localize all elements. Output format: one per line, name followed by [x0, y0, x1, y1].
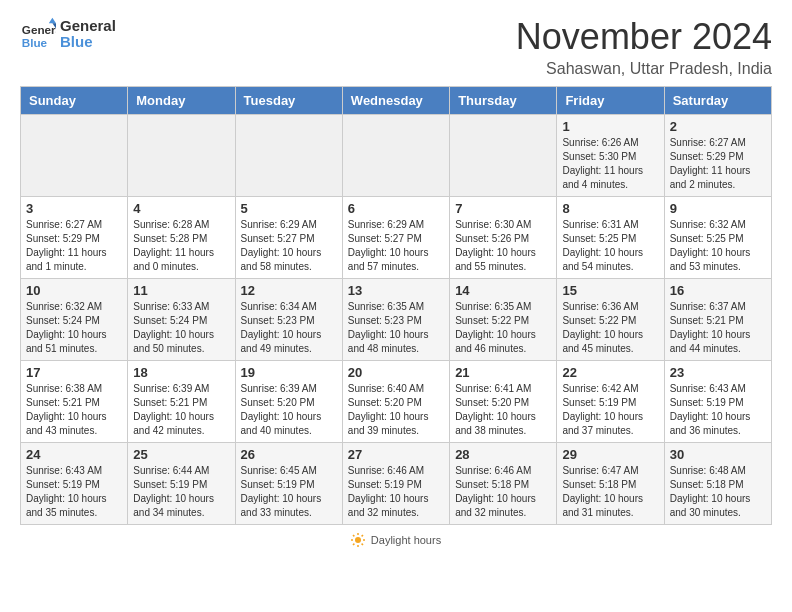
daylight-label: Daylight hours [371, 534, 441, 546]
day-number: 20 [348, 365, 444, 380]
day-number: 26 [241, 447, 337, 462]
calendar-week-row: 24Sunrise: 6:43 AM Sunset: 5:19 PM Dayli… [21, 443, 772, 525]
svg-point-4 [355, 537, 361, 543]
calendar-day-cell: 30Sunrise: 6:48 AM Sunset: 5:18 PM Dayli… [664, 443, 771, 525]
svg-line-12 [353, 544, 354, 545]
day-detail: Sunrise: 6:43 AM Sunset: 5:19 PM Dayligh… [26, 464, 122, 520]
calendar-day-cell [235, 115, 342, 197]
calendar-day-cell [342, 115, 449, 197]
day-number: 8 [562, 201, 658, 216]
weekday-header: Wednesday [342, 87, 449, 115]
calendar-day-cell: 25Sunrise: 6:44 AM Sunset: 5:19 PM Dayli… [128, 443, 235, 525]
calendar-day-cell: 17Sunrise: 6:38 AM Sunset: 5:21 PM Dayli… [21, 361, 128, 443]
calendar-day-cell: 24Sunrise: 6:43 AM Sunset: 5:19 PM Dayli… [21, 443, 128, 525]
calendar-day-cell: 15Sunrise: 6:36 AM Sunset: 5:22 PM Dayli… [557, 279, 664, 361]
day-number: 12 [241, 283, 337, 298]
day-number: 30 [670, 447, 766, 462]
calendar-day-cell: 1Sunrise: 6:26 AM Sunset: 5:30 PM Daylig… [557, 115, 664, 197]
calendar-day-cell: 23Sunrise: 6:43 AM Sunset: 5:19 PM Dayli… [664, 361, 771, 443]
calendar-day-cell: 3Sunrise: 6:27 AM Sunset: 5:29 PM Daylig… [21, 197, 128, 279]
calendar-day-cell: 29Sunrise: 6:47 AM Sunset: 5:18 PM Dayli… [557, 443, 664, 525]
day-number: 4 [133, 201, 229, 216]
calendar-week-row: 3Sunrise: 6:27 AM Sunset: 5:29 PM Daylig… [21, 197, 772, 279]
logo-text-line1: General [60, 18, 116, 35]
calendar-day-cell: 26Sunrise: 6:45 AM Sunset: 5:19 PM Dayli… [235, 443, 342, 525]
day-number: 13 [348, 283, 444, 298]
day-number: 27 [348, 447, 444, 462]
svg-marker-2 [49, 18, 56, 23]
day-number: 24 [26, 447, 122, 462]
calendar-day-cell: 27Sunrise: 6:46 AM Sunset: 5:19 PM Dayli… [342, 443, 449, 525]
day-detail: Sunrise: 6:39 AM Sunset: 5:21 PM Dayligh… [133, 382, 229, 438]
calendar-day-cell: 9Sunrise: 6:32 AM Sunset: 5:25 PM Daylig… [664, 197, 771, 279]
calendar-day-cell: 11Sunrise: 6:33 AM Sunset: 5:24 PM Dayli… [128, 279, 235, 361]
day-detail: Sunrise: 6:26 AM Sunset: 5:30 PM Dayligh… [562, 136, 658, 192]
day-detail: Sunrise: 6:32 AM Sunset: 5:24 PM Dayligh… [26, 300, 122, 356]
svg-line-11 [361, 535, 362, 536]
day-number: 25 [133, 447, 229, 462]
svg-line-9 [353, 535, 354, 536]
day-number: 16 [670, 283, 766, 298]
calendar-day-cell [21, 115, 128, 197]
day-detail: Sunrise: 6:33 AM Sunset: 5:24 PM Dayligh… [133, 300, 229, 356]
day-detail: Sunrise: 6:28 AM Sunset: 5:28 PM Dayligh… [133, 218, 229, 274]
day-detail: Sunrise: 6:30 AM Sunset: 5:26 PM Dayligh… [455, 218, 551, 274]
calendar-day-cell: 22Sunrise: 6:42 AM Sunset: 5:19 PM Dayli… [557, 361, 664, 443]
day-detail: Sunrise: 6:34 AM Sunset: 5:23 PM Dayligh… [241, 300, 337, 356]
day-detail: Sunrise: 6:44 AM Sunset: 5:19 PM Dayligh… [133, 464, 229, 520]
sun-icon [351, 533, 365, 547]
calendar-table: SundayMondayTuesdayWednesdayThursdayFrid… [20, 86, 772, 525]
calendar-day-cell: 10Sunrise: 6:32 AM Sunset: 5:24 PM Dayli… [21, 279, 128, 361]
svg-text:Blue: Blue [22, 36, 48, 49]
calendar-day-cell: 4Sunrise: 6:28 AM Sunset: 5:28 PM Daylig… [128, 197, 235, 279]
day-number: 2 [670, 119, 766, 134]
month-title: November 2024 [516, 16, 772, 58]
day-detail: Sunrise: 6:27 AM Sunset: 5:29 PM Dayligh… [670, 136, 766, 192]
day-detail: Sunrise: 6:41 AM Sunset: 5:20 PM Dayligh… [455, 382, 551, 438]
day-number: 7 [455, 201, 551, 216]
day-number: 18 [133, 365, 229, 380]
calendar-day-cell: 21Sunrise: 6:41 AM Sunset: 5:20 PM Dayli… [450, 361, 557, 443]
day-detail: Sunrise: 6:32 AM Sunset: 5:25 PM Dayligh… [670, 218, 766, 274]
svg-line-10 [361, 544, 362, 545]
day-detail: Sunrise: 6:36 AM Sunset: 5:22 PM Dayligh… [562, 300, 658, 356]
day-detail: Sunrise: 6:46 AM Sunset: 5:19 PM Dayligh… [348, 464, 444, 520]
day-detail: Sunrise: 6:42 AM Sunset: 5:19 PM Dayligh… [562, 382, 658, 438]
logo-text-line2: Blue [60, 34, 116, 51]
day-detail: Sunrise: 6:48 AM Sunset: 5:18 PM Dayligh… [670, 464, 766, 520]
logo: General Blue General Blue [20, 16, 116, 52]
day-number: 11 [133, 283, 229, 298]
day-detail: Sunrise: 6:38 AM Sunset: 5:21 PM Dayligh… [26, 382, 122, 438]
calendar-day-cell: 14Sunrise: 6:35 AM Sunset: 5:22 PM Dayli… [450, 279, 557, 361]
calendar-day-cell: 19Sunrise: 6:39 AM Sunset: 5:20 PM Dayli… [235, 361, 342, 443]
calendar-header-row: SundayMondayTuesdayWednesdayThursdayFrid… [21, 87, 772, 115]
day-detail: Sunrise: 6:37 AM Sunset: 5:21 PM Dayligh… [670, 300, 766, 356]
day-detail: Sunrise: 6:47 AM Sunset: 5:18 PM Dayligh… [562, 464, 658, 520]
day-detail: Sunrise: 6:45 AM Sunset: 5:19 PM Dayligh… [241, 464, 337, 520]
day-number: 23 [670, 365, 766, 380]
day-detail: Sunrise: 6:46 AM Sunset: 5:18 PM Dayligh… [455, 464, 551, 520]
calendar-day-cell: 8Sunrise: 6:31 AM Sunset: 5:25 PM Daylig… [557, 197, 664, 279]
day-number: 14 [455, 283, 551, 298]
weekday-header: Monday [128, 87, 235, 115]
day-number: 21 [455, 365, 551, 380]
calendar-footer: Daylight hours [20, 533, 772, 547]
calendar-day-cell: 13Sunrise: 6:35 AM Sunset: 5:23 PM Dayli… [342, 279, 449, 361]
calendar-day-cell: 7Sunrise: 6:30 AM Sunset: 5:26 PM Daylig… [450, 197, 557, 279]
svg-text:General: General [22, 23, 56, 36]
calendar-day-cell: 12Sunrise: 6:34 AM Sunset: 5:23 PM Dayli… [235, 279, 342, 361]
day-number: 28 [455, 447, 551, 462]
calendar-week-row: 10Sunrise: 6:32 AM Sunset: 5:24 PM Dayli… [21, 279, 772, 361]
day-number: 9 [670, 201, 766, 216]
day-number: 29 [562, 447, 658, 462]
calendar-week-row: 17Sunrise: 6:38 AM Sunset: 5:21 PM Dayli… [21, 361, 772, 443]
day-detail: Sunrise: 6:29 AM Sunset: 5:27 PM Dayligh… [241, 218, 337, 274]
day-number: 15 [562, 283, 658, 298]
day-detail: Sunrise: 6:40 AM Sunset: 5:20 PM Dayligh… [348, 382, 444, 438]
calendar-day-cell: 5Sunrise: 6:29 AM Sunset: 5:27 PM Daylig… [235, 197, 342, 279]
day-detail: Sunrise: 6:35 AM Sunset: 5:22 PM Dayligh… [455, 300, 551, 356]
day-detail: Sunrise: 6:29 AM Sunset: 5:27 PM Dayligh… [348, 218, 444, 274]
day-number: 22 [562, 365, 658, 380]
calendar-day-cell: 2Sunrise: 6:27 AM Sunset: 5:29 PM Daylig… [664, 115, 771, 197]
day-number: 6 [348, 201, 444, 216]
